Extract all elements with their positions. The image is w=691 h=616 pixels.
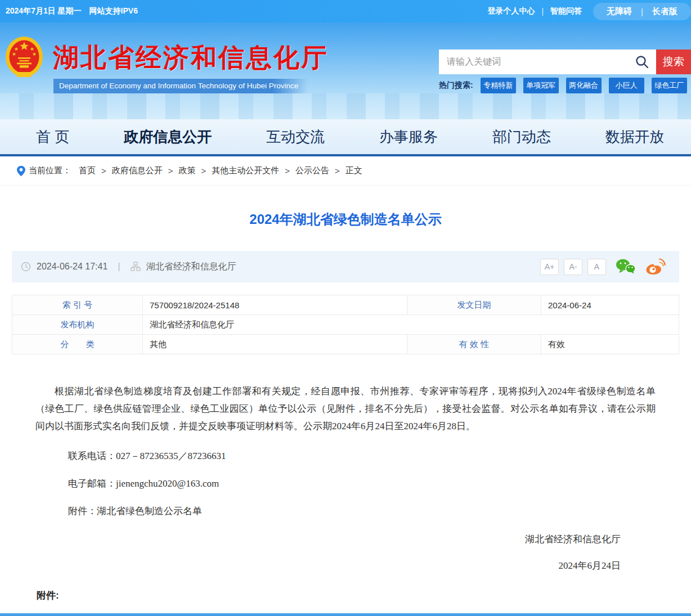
meta-divider: |: [118, 261, 120, 272]
pill-divider: |: [641, 7, 643, 16]
source-name: 湖北省经济和信息化厅: [146, 261, 236, 273]
publisher-value: 湖北省经济和信息化厅: [143, 315, 679, 335]
crumb-separator: >: [168, 166, 173, 176]
crumb-gov-info[interactable]: 政府信息公开: [112, 165, 163, 176]
font-reset-button[interactable]: A: [587, 259, 606, 275]
validity-label: 有 效 性: [407, 335, 541, 354]
issue-date-label: 发文日期: [407, 295, 541, 315]
crumb-home[interactable]: 首页: [79, 165, 96, 176]
document-info-table: 索 引 号 757009218/2024-25148 发文日期 2024-06-…: [12, 295, 679, 354]
nav-item-home[interactable]: 首 页: [36, 127, 69, 147]
nav-item-interaction[interactable]: 互动交流: [266, 127, 325, 147]
publisher-label: 发布机构: [12, 315, 143, 335]
crumb-other-docs[interactable]: 其他主动公开文件: [212, 165, 279, 176]
accessibility-link[interactable]: 无障碍: [607, 6, 632, 17]
validity-value: 有效: [541, 335, 679, 354]
table-row: 分 类 其他 有 效 性 有效: [12, 335, 679, 354]
current-date: 2024年7月1日 星期一: [6, 6, 82, 16]
main-paragraph: 根据湖北省绿色制造梯度培育及创建工作部署和有关规定，经自愿申报、市州推荐、专家评…: [35, 383, 656, 435]
page-title: 2024年湖北省绿色制造名单公示: [12, 210, 679, 228]
location-pin-icon: [17, 165, 25, 177]
hot-tag-lianghuaronghe[interactable]: 两化融合: [566, 78, 602, 93]
crumb-current: 正文: [346, 165, 362, 176]
main-nav: 首 页 政府信息公开 互动交流 办事服务 部门动态 数据开放: [0, 119, 691, 156]
attachments-section: 附件: 附件：湖北省绿色制造公示名单.doc: [12, 589, 679, 616]
crumb-separator: >: [285, 166, 290, 176]
publish-time: 2024-06-24 17:41: [37, 262, 107, 272]
signature-organization: 湖北省经济和信息化厅: [35, 533, 656, 546]
wechat-share-icon[interactable]: [616, 258, 636, 275]
nav-item-services[interactable]: 办事服务: [379, 127, 438, 147]
index-number-label: 索 引 号: [12, 295, 143, 315]
login-link[interactable]: 登录个人中心: [487, 6, 535, 16]
smart-qa-link[interactable]: 智能问答: [550, 6, 582, 16]
site-title: 湖北省经济和信息化厅: [53, 41, 329, 75]
top-utility-bar: 2024年7月1日 星期一 网站支持IPV6 登录个人中心 | 智能问答 无障碍…: [0, 0, 691, 23]
footer-top-strip: [0, 613, 691, 616]
accessibility-pill: 无障碍 | 长者版: [593, 3, 691, 20]
source-org-icon: [131, 262, 141, 272]
breadcrumb-label: 当前位置：: [29, 165, 71, 176]
category-value: 其他: [143, 335, 407, 354]
city-skyline-decoration: [0, 93, 691, 119]
article-body: 根据湖北省绿色制造梯度培育及创建工作部署和有关规定，经自愿申报、市州推荐、专家评…: [12, 383, 679, 572]
hot-tag-xiaojuren[interactable]: 小巨人: [609, 78, 644, 93]
issue-date-value: 2024-06-24: [541, 295, 679, 315]
breadcrumb: 当前位置： 首页 > 政府信息公开 > 政策 > 其他主动公开文件 > 公示公告…: [0, 156, 691, 186]
nav-item-dept-news[interactable]: 部门动态: [492, 127, 551, 147]
national-emblem-logo: [5, 35, 44, 83]
article-meta-bar: 2024-06-24 17:41 | 湖北省经济和信息化厅 A+ A- A: [12, 251, 679, 282]
hot-tag-lvsegongchang[interactable]: 绿色工厂: [652, 78, 687, 93]
attachments-heading: 附件:: [12, 589, 679, 602]
crumb-separator: >: [201, 166, 207, 176]
site-subtitle-en: Department of Economy and Information Te…: [53, 79, 308, 93]
article-container: 2024年湖北省绿色制造名单公示 2024-06-24 17:41 | 湖北省经…: [0, 210, 691, 616]
crumb-policy[interactable]: 政策: [179, 165, 196, 176]
ipv6-note: 网站支持IPV6: [89, 6, 138, 16]
hot-tag-zhuanjingtexin[interactable]: 专精特新: [481, 78, 516, 93]
hot-search-label: 热门搜索:: [439, 80, 473, 91]
font-decrease-button[interactable]: A-: [564, 259, 582, 275]
crumb-separator: >: [101, 166, 106, 176]
attachment-reference-line: 附件：湖北省绿色制造公示名单: [35, 505, 656, 518]
category-label: 分 类: [12, 335, 143, 354]
contact-email-line: 电子邮箱：jienengchu2020@163.com: [35, 477, 656, 490]
table-row: 索 引 号 757009218/2024-25148 发文日期 2024-06-…: [12, 295, 679, 315]
signature-date: 2024年6月24日: [35, 559, 656, 572]
search-icon[interactable]: [635, 55, 649, 71]
contact-phone-line: 联系电话：027－87236535／87236631: [35, 449, 656, 462]
elder-version-link[interactable]: 长者版: [652, 6, 677, 17]
search-input[interactable]: [439, 50, 656, 74]
site-header: 湖北省经济和信息化厅 Department of Economy and Inf…: [0, 23, 691, 119]
weibo-share-icon[interactable]: [645, 258, 666, 275]
table-row: 发布机构 湖北省经济和信息化厅: [12, 315, 679, 335]
font-increase-button[interactable]: A+: [540, 259, 559, 275]
search-area: 搜索 热门搜索: 专精特新 单项冠军 两化融合 小巨人 绿色工厂: [439, 50, 691, 93]
crumb-announcements[interactable]: 公示公告: [295, 165, 329, 176]
index-number-value: 757009218/2024-25148: [143, 295, 407, 315]
nav-item-open-data[interactable]: 数据开放: [605, 127, 664, 147]
crumb-separator: >: [335, 166, 340, 176]
clock-icon: [21, 262, 31, 272]
topbar-divider: |: [541, 7, 544, 16]
hot-tag-danxiangguanjun[interactable]: 单项冠军: [523, 78, 559, 93]
nav-item-gov-info[interactable]: 政府信息公开: [124, 127, 212, 147]
search-button[interactable]: 搜索: [656, 50, 691, 74]
